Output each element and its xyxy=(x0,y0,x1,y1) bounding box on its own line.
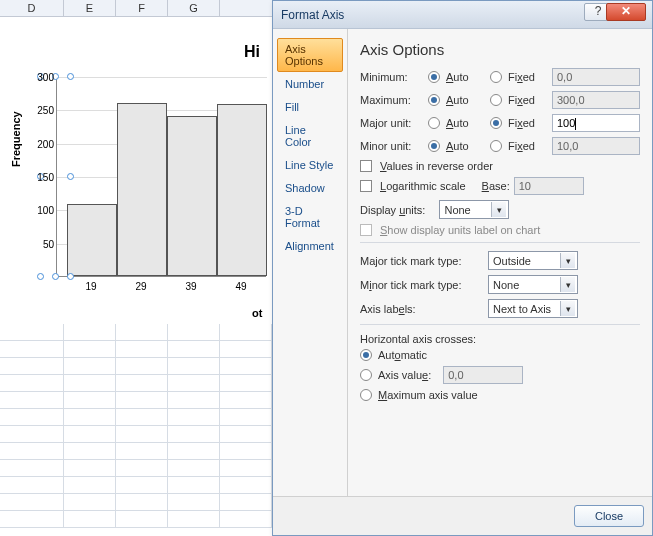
chart-bar[interactable] xyxy=(167,116,217,276)
cell[interactable] xyxy=(220,375,272,391)
col-header[interactable]: G xyxy=(168,0,220,16)
cell[interactable] xyxy=(64,511,116,527)
table-row[interactable] xyxy=(0,324,272,341)
cell[interactable] xyxy=(0,392,64,408)
table-row[interactable] xyxy=(0,443,272,460)
minor-unit-fixed-radio[interactable] xyxy=(490,140,502,152)
col-header[interactable]: E xyxy=(64,0,116,16)
axis-labels-select[interactable]: Next to Axis xyxy=(488,299,578,318)
cell[interactable] xyxy=(168,409,220,425)
sidebar-item[interactable]: Fill xyxy=(277,96,343,118)
cell[interactable] xyxy=(116,324,168,340)
cell[interactable] xyxy=(220,511,272,527)
major-tick-select[interactable]: Outside xyxy=(488,251,578,270)
cell[interactable] xyxy=(168,324,220,340)
sidebar-item[interactable]: Axis Options xyxy=(277,38,343,72)
cell[interactable] xyxy=(64,460,116,476)
table-row[interactable] xyxy=(0,511,272,528)
cell[interactable] xyxy=(168,511,220,527)
log-scale-checkbox[interactable] xyxy=(360,180,372,192)
maximum-auto-radio[interactable] xyxy=(428,94,440,106)
hax-value-input[interactable]: 0,0 xyxy=(443,366,523,384)
cell[interactable] xyxy=(0,341,64,357)
cell[interactable] xyxy=(64,443,116,459)
sidebar-item[interactable]: Shadow xyxy=(277,177,343,199)
hax-max-radio[interactable] xyxy=(360,389,372,401)
sidebar-item[interactable]: Alignment xyxy=(277,235,343,257)
cell[interactable] xyxy=(116,426,168,442)
cell[interactable] xyxy=(220,358,272,374)
cell[interactable] xyxy=(64,477,116,493)
cell[interactable] xyxy=(64,324,116,340)
cell[interactable] xyxy=(116,511,168,527)
cell[interactable] xyxy=(116,409,168,425)
chart-bar[interactable] xyxy=(67,204,117,276)
cell[interactable] xyxy=(64,392,116,408)
minor-unit-input[interactable]: 10,0 xyxy=(552,137,640,155)
minimum-input[interactable]: 0,0 xyxy=(552,68,640,86)
display-units-select[interactable]: None xyxy=(439,200,509,219)
minimum-fixed-radio[interactable] xyxy=(490,71,502,83)
hax-auto-radio[interactable] xyxy=(360,349,372,361)
hax-value-radio[interactable] xyxy=(360,369,372,381)
cell[interactable] xyxy=(64,494,116,510)
cell[interactable] xyxy=(168,443,220,459)
cell[interactable] xyxy=(116,460,168,476)
col-header[interactable]: F xyxy=(116,0,168,16)
cell[interactable] xyxy=(116,494,168,510)
selection-handle-icon[interactable] xyxy=(67,273,74,280)
cell[interactable] xyxy=(220,324,272,340)
table-row[interactable] xyxy=(0,477,272,494)
selection-handle-icon[interactable] xyxy=(52,273,59,280)
close-button[interactable]: ✕ xyxy=(606,3,646,21)
cell[interactable] xyxy=(0,358,64,374)
cell[interactable] xyxy=(220,494,272,510)
major-unit-fixed-radio[interactable] xyxy=(490,117,502,129)
table-row[interactable] xyxy=(0,494,272,511)
table-row[interactable] xyxy=(0,341,272,358)
cell[interactable] xyxy=(220,477,272,493)
cell[interactable] xyxy=(0,426,64,442)
cell[interactable] xyxy=(0,494,64,510)
maximum-input[interactable]: 300,0 xyxy=(552,91,640,109)
sidebar-item[interactable]: Line Color xyxy=(277,119,343,153)
cell[interactable] xyxy=(116,477,168,493)
cell[interactable] xyxy=(116,392,168,408)
cell[interactable] xyxy=(116,341,168,357)
chart-bar[interactable] xyxy=(117,103,167,276)
selection-handle-icon[interactable] xyxy=(67,73,74,80)
cell[interactable] xyxy=(168,460,220,476)
table-row[interactable] xyxy=(0,375,272,392)
cell[interactable] xyxy=(64,426,116,442)
sidebar-item[interactable]: 3-D Format xyxy=(277,200,343,234)
selection-handle-icon[interactable] xyxy=(37,273,44,280)
cell[interactable] xyxy=(0,375,64,391)
cell[interactable] xyxy=(116,375,168,391)
maximum-fixed-radio[interactable] xyxy=(490,94,502,106)
table-row[interactable] xyxy=(0,426,272,443)
cell[interactable] xyxy=(0,409,64,425)
minor-unit-auto-radio[interactable] xyxy=(428,140,440,152)
embedded-chart[interactable]: Hi Frequency ot 501001502002503001929394… xyxy=(0,17,272,337)
cell[interactable] xyxy=(168,426,220,442)
cell[interactable] xyxy=(220,392,272,408)
cell[interactable] xyxy=(64,341,116,357)
cell[interactable] xyxy=(220,443,272,459)
cell[interactable] xyxy=(64,358,116,374)
minimum-auto-radio[interactable] xyxy=(428,71,440,83)
values-reverse-checkbox[interactable] xyxy=(360,160,372,172)
cell[interactable] xyxy=(220,409,272,425)
log-base-input[interactable]: 10 xyxy=(514,177,584,195)
cell[interactable] xyxy=(64,409,116,425)
table-row[interactable] xyxy=(0,358,272,375)
cell[interactable] xyxy=(168,358,220,374)
cell[interactable] xyxy=(0,511,64,527)
cell[interactable] xyxy=(0,477,64,493)
cell[interactable] xyxy=(168,392,220,408)
major-unit-input[interactable]: 100 xyxy=(552,114,640,132)
cell[interactable] xyxy=(168,375,220,391)
cell[interactable] xyxy=(64,375,116,391)
cell[interactable] xyxy=(168,341,220,357)
table-row[interactable] xyxy=(0,392,272,409)
col-header[interactable]: D xyxy=(0,0,64,16)
